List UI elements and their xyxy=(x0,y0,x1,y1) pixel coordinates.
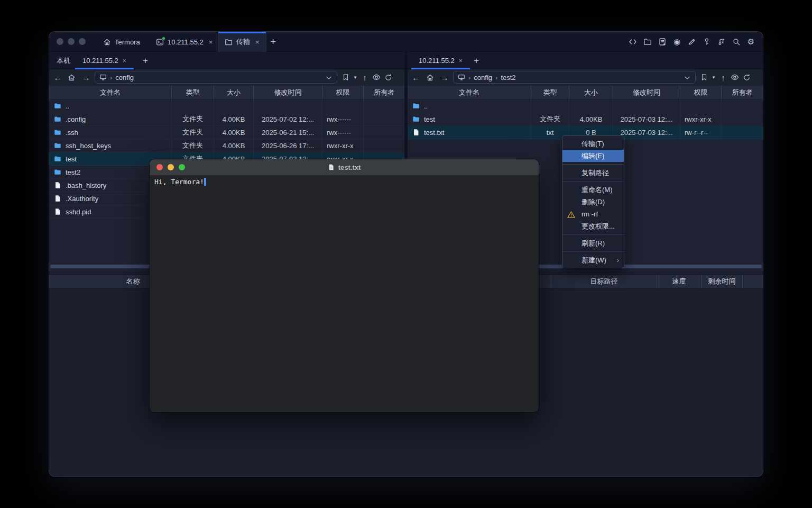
right-path-actions: ▾ ↑ xyxy=(699,70,752,85)
edit-icon[interactable] xyxy=(687,38,696,47)
col-size[interactable]: 大小 xyxy=(569,86,613,99)
transfer-col-speed[interactable]: 速度 xyxy=(657,275,702,288)
new-panel-tab-button[interactable]: + xyxy=(143,52,148,69)
menu-item-chmod[interactable]: 更改权限... xyxy=(562,220,624,232)
file-name: test xyxy=(66,155,77,163)
bookmark-icon[interactable] xyxy=(340,70,351,85)
col-mtime[interactable]: 修改时间 xyxy=(613,86,680,99)
show-hidden-icon[interactable] xyxy=(371,70,382,85)
close-tab-icon[interactable]: × xyxy=(255,38,260,46)
tab-label: 10.211.55.2 xyxy=(82,57,118,65)
up-directory-icon[interactable]: ↑ xyxy=(718,70,728,85)
file-row[interactable]: test 文件夹 4.00KB 2025-07-03 12:... rwxr-x… xyxy=(408,113,763,126)
left-panel-tabs: 本机 10.211.55.2 × + xyxy=(49,52,404,69)
path-segment[interactable]: config xyxy=(115,74,134,81)
col-size[interactable]: 大小 xyxy=(214,86,254,99)
forward-icon[interactable]: → xyxy=(439,70,450,85)
close-tab-icon[interactable]: × xyxy=(209,38,213,46)
col-owner[interactable]: 所有者 xyxy=(364,86,404,99)
chevron-down-icon[interactable] xyxy=(325,74,333,83)
new-tab-button[interactable]: + xyxy=(270,32,276,52)
menu-item-rm-rf[interactable]: rm -rf xyxy=(562,208,624,220)
minimize-button[interactable] xyxy=(68,38,75,45)
folder-icon xyxy=(412,102,420,110)
code-icon[interactable] xyxy=(628,38,637,47)
close-button[interactable] xyxy=(156,164,163,170)
settings-icon[interactable]: ⚙ xyxy=(746,38,755,47)
tab-session[interactable]: 10.211.55.2 × xyxy=(150,32,219,52)
bookmark-icon[interactable] xyxy=(699,70,709,85)
menu-item-rename[interactable]: 重命名(M) xyxy=(562,184,624,196)
menu-item-delete[interactable]: 删除(D) xyxy=(562,196,624,208)
col-type[interactable]: 类型 xyxy=(531,86,569,99)
record-icon[interactable]: ◉ xyxy=(672,38,681,47)
show-hidden-icon[interactable] xyxy=(730,70,740,85)
tab-remote-right[interactable]: 10.211.55.2 × xyxy=(411,52,470,69)
zoom-button[interactable] xyxy=(179,164,185,170)
folder-icon[interactable] xyxy=(643,38,652,47)
col-mtime[interactable]: 修改时间 xyxy=(254,86,322,99)
file-row[interactable]: .. xyxy=(49,99,404,113)
back-icon[interactable]: ← xyxy=(52,70,63,85)
tab-remote-left[interactable]: 10.211.55.2 × xyxy=(75,52,134,69)
tab-home[interactable]: Termora xyxy=(97,32,146,52)
col-perm[interactable]: 权限 xyxy=(680,86,722,99)
zoom-button[interactable] xyxy=(79,38,86,45)
bookmark-caret-icon[interactable]: ▾ xyxy=(710,70,717,85)
col-type[interactable]: 类型 xyxy=(172,86,214,99)
close-button[interactable] xyxy=(57,38,63,45)
file-row[interactable]: ssh_host_keys 文件夹 4.00KB 2025-06-26 17:.… xyxy=(49,139,404,152)
log-icon[interactable] xyxy=(658,38,667,47)
file-name: test xyxy=(424,115,435,123)
tab-label: 传输 xyxy=(236,37,250,47)
path-field-right[interactable]: › config › test2 xyxy=(453,71,696,84)
tab-transfer[interactable]: 传输 × xyxy=(218,32,266,52)
close-tab-icon[interactable]: × xyxy=(123,57,126,65)
minimize-button[interactable] xyxy=(168,164,174,170)
transfer-col-extra[interactable] xyxy=(743,275,763,288)
transfer-col-target[interactable]: 目标路径 xyxy=(551,275,657,288)
bookmark-caret-icon[interactable]: ▾ xyxy=(352,70,358,85)
path-field-left[interactable]: › config xyxy=(95,71,337,84)
menu-item-refresh[interactable]: 刷新(R) xyxy=(562,237,624,249)
path-separator: › xyxy=(110,74,112,81)
file-row[interactable]: .. xyxy=(408,99,763,113)
path-segment[interactable]: test2 xyxy=(501,74,515,81)
menu-item-transfer[interactable]: 传输(T) xyxy=(562,138,624,150)
menu-item-edit[interactable]: 编辑(E) xyxy=(562,150,624,162)
transfer-col-eta[interactable]: 剩余时间 xyxy=(702,275,743,288)
menu-item-new[interactable]: 新建(W) › xyxy=(562,254,624,266)
folder-icon xyxy=(54,102,61,110)
key-icon[interactable] xyxy=(702,38,711,47)
refresh-icon[interactable] xyxy=(741,70,752,85)
path-segment[interactable]: config xyxy=(474,74,492,81)
up-directory-icon[interactable]: ↑ xyxy=(359,70,370,85)
menu-item-copy-path[interactable]: 复制路径 xyxy=(562,167,624,179)
editor-content[interactable]: Hi, Termora! xyxy=(150,175,539,412)
tab-label: 本机 xyxy=(57,56,70,66)
col-owner[interactable]: 所有者 xyxy=(722,86,763,99)
menu-separator xyxy=(562,234,624,235)
file-name: ssh_host_keys xyxy=(66,142,111,150)
close-tab-icon[interactable]: × xyxy=(459,57,463,65)
col-perm[interactable]: 权限 xyxy=(322,86,364,99)
editor-window-controls xyxy=(156,164,185,170)
tab-label: 10.211.55.2 xyxy=(168,38,204,46)
home-nav-icon[interactable] xyxy=(425,70,435,85)
home-nav-icon[interactable] xyxy=(66,70,77,85)
search-icon[interactable] xyxy=(732,38,741,47)
chevron-down-icon[interactable] xyxy=(684,74,691,83)
editor-text: Hi, Termora! xyxy=(154,178,204,186)
refresh-icon[interactable] xyxy=(383,70,393,85)
col-filename[interactable]: 文件名 xyxy=(49,86,172,99)
keychain-icon[interactable] xyxy=(717,38,726,47)
back-icon[interactable]: ← xyxy=(411,70,421,85)
new-panel-tab-button[interactable]: + xyxy=(474,52,479,69)
menu-separator xyxy=(562,251,624,252)
forward-icon[interactable]: → xyxy=(81,70,91,85)
col-filename[interactable]: 文件名 xyxy=(408,86,531,99)
tab-local[interactable]: 本机 xyxy=(49,52,78,69)
file-row[interactable]: .config 文件夹 4.00KB 2025-07-02 12:... rwx… xyxy=(49,113,404,126)
document-icon xyxy=(328,164,335,171)
file-row[interactable]: .ssh 文件夹 4.00KB 2025-06-21 15:... rwx---… xyxy=(49,126,404,139)
